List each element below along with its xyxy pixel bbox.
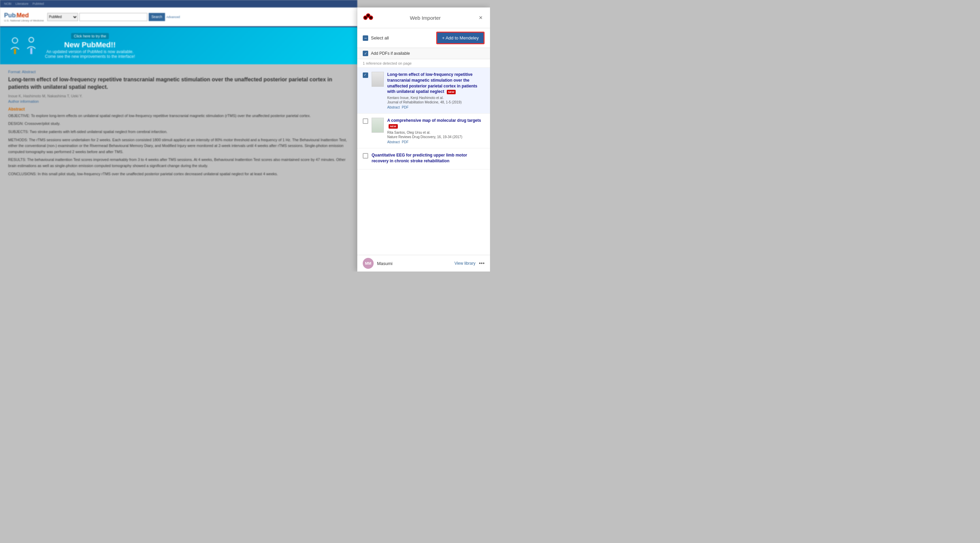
pdf-checkbox[interactable] xyxy=(363,51,368,56)
select-all-label: Select all xyxy=(371,35,389,40)
add-pdf-row[interactable]: Add PDFs if available xyxy=(357,48,490,59)
banner-text-area: Click here to try the New PubMed!! An up… xyxy=(45,33,135,59)
banner-subtitle-1: An updated version of PubMed is now avai… xyxy=(45,49,135,54)
banner-icons xyxy=(8,36,38,56)
article-area: Format: Abstract Long-term effect of low… xyxy=(0,70,357,177)
banner-title: New PubMed!! xyxy=(45,40,135,49)
ncbi-link-1[interactable]: NCBI xyxy=(4,2,11,5)
add-to-mendeley-button[interactable]: + Add to Mendeley xyxy=(436,32,485,44)
page-wrapper: NCBI Literature PubMed Pub|Med U.S. Nati… xyxy=(0,0,490,272)
ncbi-link-2[interactable]: Literature xyxy=(16,2,29,5)
web-importer-header: Web Importer × xyxy=(357,8,490,28)
svg-point-7 xyxy=(364,16,367,19)
references-list: Long-term effect of low-frequency repeti… xyxy=(357,68,490,255)
ref-2-link-abstract[interactable]: Abstract xyxy=(387,140,400,144)
new-pubmed-banner: Click here to try the New PubMed!! An up… xyxy=(0,27,357,64)
abstract-subjects: SUBJECTS: Two stroke patients with left-… xyxy=(8,129,349,135)
ref-2-title: A comprehensive map of molecular drug ta… xyxy=(387,118,485,129)
reference-item-3[interactable]: Quantitative EEG for predicting upper li… xyxy=(357,148,490,170)
banner-icon-right xyxy=(24,36,38,56)
ref-2-thumbnail xyxy=(372,118,384,133)
banner-icon-left xyxy=(8,36,22,56)
background-content: NCBI Literature PubMed Pub|Med U.S. Nati… xyxy=(0,0,357,272)
article-format-line: Format: Abstract xyxy=(8,70,349,74)
abstract-results: RESULTS: The behavioural inattention Tes… xyxy=(8,157,349,169)
pubmed-nav-bar: Pub|Med U.S. National Library of Medicin… xyxy=(0,8,357,27)
ref-1-authors: Kentaro Inoue, Kenji Hashimoto et al. xyxy=(387,96,485,100)
pdf-label: Add PDFs if available xyxy=(371,51,410,56)
ncbi-link-3[interactable]: PubMed xyxy=(33,2,44,5)
reference-item-1[interactable]: Long-term effect of low-frequency repeti… xyxy=(357,68,490,114)
ref-2-content: A comprehensive map of molecular drug ta… xyxy=(387,118,485,144)
pubmed-logo-subtext: U.S. National Library of Medicine xyxy=(4,19,44,22)
banner-subtitle-2: Come see the new improvements to the int… xyxy=(45,54,135,59)
close-button[interactable]: × xyxy=(477,14,485,22)
search-category-select[interactable]: PubMed xyxy=(47,13,78,21)
search-button[interactable]: Search xyxy=(149,13,165,21)
ref-1-links: Abstract PDF xyxy=(387,105,485,109)
mendeley-logo xyxy=(363,12,374,23)
ref-1-link-abstract[interactable]: Abstract xyxy=(387,105,400,109)
refs-count-header: 1 reference detected on page xyxy=(357,59,490,68)
web-importer-footer: MM Masumi View library ••• xyxy=(357,255,490,272)
article-authors: Inoue K, Hashimoto M, Nakashima T, Ueki … xyxy=(8,94,349,98)
ref-3-content: Quantitative EEG for predicting upper li… xyxy=(372,152,485,165)
ref-1-journal: Journal of Rehabilitation Medicine, 48, … xyxy=(387,100,485,104)
abstract-methods: METHODS: The rTMS sessions were undertak… xyxy=(8,137,349,155)
select-all-control[interactable]: Select all xyxy=(363,35,434,41)
pubmed-logo-text: Pub|Med xyxy=(4,12,29,19)
ref-2-authors: Rita Santos, Oleg Ursu et al. xyxy=(387,131,485,134)
article-author-info: Author information xyxy=(8,99,349,103)
ref-1-link-pdf[interactable]: PDF xyxy=(402,105,409,109)
banner-cta: Click here to try the xyxy=(71,33,109,39)
ref-3-checkbox[interactable] xyxy=(363,153,368,159)
ref-2-checkbox[interactable] xyxy=(363,118,368,124)
ref-3-title: Quantitative EEG for predicting upper li… xyxy=(372,152,485,164)
ref-1-thumbnail xyxy=(372,72,384,87)
svg-point-8 xyxy=(367,14,369,17)
ref-2-journal: Nature Reviews Drug Discovery, 16, 19-34… xyxy=(387,135,485,139)
ref-2-links: Abstract PDF xyxy=(387,140,485,144)
ncbi-top-bar: NCBI Literature PubMed xyxy=(0,0,357,8)
pubmed-logo: Pub|Med U.S. National Library of Medicin… xyxy=(4,12,44,22)
abstract-conclusions: CONCLUSIONS: In this small pilot study, … xyxy=(8,171,349,177)
svg-point-0 xyxy=(12,38,18,43)
svg-point-2 xyxy=(29,37,34,42)
more-options-button[interactable]: ••• xyxy=(479,260,485,267)
reference-item-2[interactable]: A comprehensive map of molecular drug ta… xyxy=(357,114,490,148)
username-label: Masumi xyxy=(377,261,451,266)
advanced-search-link[interactable]: Advanced xyxy=(166,15,180,19)
ref-1-new-badge: NEW xyxy=(447,90,456,94)
article-title: Long-term effect of low-frequency repeti… xyxy=(8,76,349,91)
web-importer-title: Web Importer xyxy=(377,15,473,21)
svg-point-9 xyxy=(369,16,372,19)
search-input[interactable] xyxy=(79,13,147,21)
user-avatar: MM xyxy=(363,258,374,269)
web-importer-panel: Web Importer × Select all + Add to Mende… xyxy=(357,8,490,272)
ref-1-title: Long-term effect of low-frequency repeti… xyxy=(387,72,485,95)
abstract-design: DESIGN: Crossover/pilot study. xyxy=(8,121,349,127)
abstract-section: OBJECTIVE: To explore long-term effects … xyxy=(8,113,349,177)
web-importer-toolbar: Select all + Add to Mendeley xyxy=(357,28,490,48)
select-all-checkbox[interactable] xyxy=(363,35,368,41)
ref-1-checkbox[interactable] xyxy=(363,73,368,78)
ref-2-new-badge: NEW xyxy=(388,124,398,129)
svg-rect-1 xyxy=(14,49,16,54)
svg-rect-3 xyxy=(30,48,32,54)
ref-1-content: Long-term effect of low-frequency repeti… xyxy=(387,72,485,109)
ref-2-link-pdf[interactable]: PDF xyxy=(402,140,409,144)
view-library-link[interactable]: View library xyxy=(454,261,476,266)
abstract-label: Abstract xyxy=(8,107,349,111)
abstract-objective: OBJECTIVE: To explore long-term effects … xyxy=(8,113,349,119)
pubmed-search-area: PubMed Search Advanced xyxy=(47,13,180,21)
